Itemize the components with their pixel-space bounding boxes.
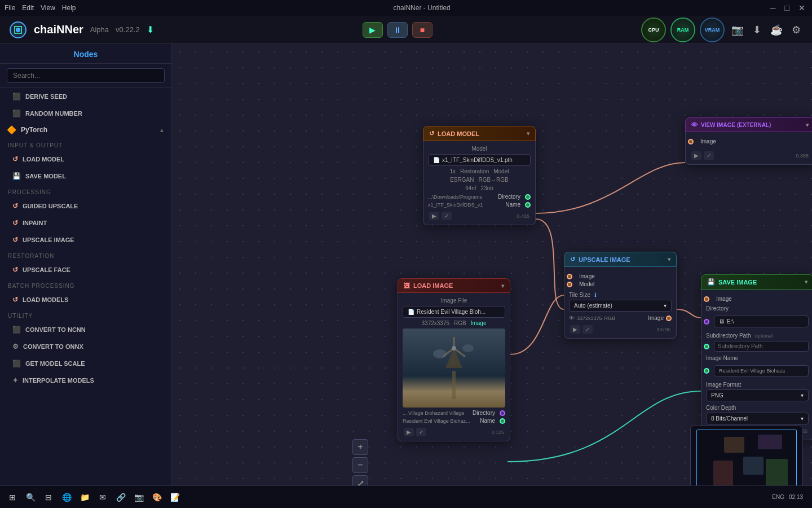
play-button[interactable]: ▶ bbox=[363, 22, 383, 38]
save-depth-select[interactable]: 8 Bits/Channel ▾ bbox=[706, 413, 809, 424]
pause-button[interactable]: ⏸ bbox=[387, 22, 408, 38]
canvas-area[interactable]: ↺ LOAD MODEL ▾ Model 📄 x1_ITF_SkinDiffDD… bbox=[172, 44, 812, 508]
taskbar-mail[interactable]: ✉ bbox=[95, 489, 111, 505]
node-view-image[interactable]: 👁 VIEW IMAGE (EXTERNAL) ▾ Image ▶ ✓ 0.38… bbox=[685, 117, 812, 165]
zoom-in-button[interactable]: + bbox=[352, 439, 368, 455]
load-image-header[interactable]: 🖼 LOAD IMAGE ▾ bbox=[398, 278, 510, 293]
save-subdir-port[interactable] bbox=[704, 344, 709, 349]
view-check-btn[interactable]: ✓ bbox=[704, 151, 714, 160]
save-image-header[interactable]: 💾 SAVE IMAGE ▾ bbox=[701, 274, 812, 290]
sidebar-item-convert-onnx[interactable]: ⚙ CONVERT TO ONNX bbox=[5, 339, 167, 354]
menu-view[interactable]: View bbox=[41, 4, 55, 12]
menu-help[interactable]: Help bbox=[62, 4, 76, 12]
taskbar-start[interactable]: ⊞ bbox=[5, 489, 20, 505]
load-image-dir-port[interactable] bbox=[500, 410, 505, 416]
view-collapse-icon[interactable]: ▾ bbox=[806, 122, 809, 128]
node-load-model[interactable]: ↺ LOAD MODEL ▾ Model 📄 x1_ITF_SkinDiffDD… bbox=[423, 126, 536, 225]
settings-icon[interactable]: ⚙ bbox=[789, 21, 803, 38]
save-name-port[interactable] bbox=[704, 368, 709, 374]
directory-out-port[interactable] bbox=[525, 194, 531, 200]
taskbar-edge[interactable]: 🌐 bbox=[59, 489, 74, 505]
load-image-collapse[interactable]: ▾ bbox=[501, 283, 504, 289]
upscale-image-out-port[interactable] bbox=[666, 316, 672, 321]
sidebar-category-pytorch[interactable]: 🔶 PyTorch ▲ bbox=[0, 122, 171, 138]
title-bar-menus[interactable]: File Edit View Help bbox=[5, 4, 76, 12]
zoom-out-button[interactable]: − bbox=[352, 457, 368, 473]
upscale-image-icon: ↺ bbox=[570, 256, 575, 263]
node-upscale-image[interactable]: ↺ UPSCALE IMAGE ▾ Image Model Tile Size … bbox=[564, 252, 677, 339]
sidebar-item-interpolate-models[interactable]: ✦ INTERPOLATE MODELS bbox=[5, 373, 167, 388]
sidebar-item-upscale-image[interactable]: ↺ UPSCALE IMAGE bbox=[5, 232, 167, 248]
upscale-model-in-port[interactable] bbox=[567, 282, 572, 287]
taskbar-app4[interactable]: 📝 bbox=[167, 489, 183, 505]
sidebar-item-derive-seed[interactable]: ⬛ DERIVE SEED bbox=[5, 89, 167, 104]
get-model-scale-icon: ⬛ bbox=[12, 360, 21, 367]
sidebar-item-save-model[interactable]: 💾 SAVE MODEL bbox=[5, 168, 167, 184]
tile-size-select[interactable]: Auto (estimate) ▾ bbox=[569, 300, 672, 312]
taskbar-chain[interactable]: 🔗 bbox=[113, 489, 129, 505]
menu-edit[interactable]: Edit bbox=[22, 4, 34, 12]
view-play-btn[interactable]: ▶ bbox=[691, 151, 701, 160]
coffee-icon[interactable]: ☕ bbox=[768, 21, 785, 38]
sidebar-item-upscale-face[interactable]: ↺ UPSCALE FACE bbox=[5, 262, 167, 278]
upscale-collapse-icon[interactable]: ▾ bbox=[668, 256, 670, 262]
node-play-btn[interactable]: ▶ bbox=[429, 212, 439, 220]
save-collapse-icon[interactable]: ▾ bbox=[805, 279, 807, 285]
upscale-play-btn[interactable]: ▶ bbox=[570, 325, 580, 334]
node-load-image[interactable]: 🖼 LOAD IMAGE ▾ Image File 📄 Resident Evi… bbox=[398, 278, 510, 441]
sidebar-item-random-number[interactable]: ⬛ RANDOM NUMBER bbox=[5, 106, 167, 121]
save-name-field[interactable]: Resident Evil Village Biohaza bbox=[714, 365, 809, 376]
save-format-select[interactable]: PNG ▾ bbox=[706, 389, 809, 401]
download-icon[interactable]: ⬇ bbox=[147, 24, 154, 35]
sidebar-item-guided-upscale[interactable]: ↺ GUIDED UPSCALE bbox=[5, 198, 167, 214]
image-file-field[interactable]: 📄 Resident Evil Village Bioh... bbox=[403, 306, 505, 318]
section-restoration: RESTORATION bbox=[0, 248, 171, 261]
load-image-name-port[interactable] bbox=[500, 418, 505, 424]
view-image-header[interactable]: 👁 VIEW IMAGE (EXTERNAL) ▾ bbox=[685, 117, 812, 132]
load-image-play-btn[interactable]: ▶ bbox=[404, 428, 414, 436]
model-file-field[interactable]: 📄 x1_ITF_SkinDiffDDS_v1.pth bbox=[428, 154, 531, 166]
node-collapse-icon[interactable]: ▾ bbox=[527, 130, 529, 137]
load-model-header[interactable]: ↺ LOAD MODEL ▾ bbox=[423, 126, 536, 141]
save-image-in-port[interactable] bbox=[704, 296, 709, 302]
screenshot-icon[interactable]: 📷 bbox=[729, 21, 746, 38]
minimize-button[interactable]: ─ bbox=[768, 3, 778, 12]
taskbar-app2[interactable]: 📷 bbox=[131, 489, 147, 505]
maximize-button[interactable]: □ bbox=[783, 3, 792, 12]
sidebar-item-inpaint[interactable]: ↺ INPAINT bbox=[5, 215, 167, 231]
node-save-image[interactable]: 💾 SAVE IMAGE ▾ Image Directory 🖥 E:\ bbox=[701, 274, 812, 440]
ram-badge[interactable]: RAM bbox=[670, 17, 695, 42]
node-check-btn[interactable]: ✓ bbox=[442, 212, 452, 220]
taskbar-apps[interactable]: ⊟ bbox=[41, 489, 56, 505]
stop-button[interactable]: ■ bbox=[412, 22, 433, 38]
cpu-badge[interactable]: CPU bbox=[641, 17, 666, 42]
sidebar-item-load-models[interactable]: ↺ LOAD MODELS bbox=[5, 292, 167, 308]
upscale-image-label: Image bbox=[575, 273, 672, 279]
download2-icon[interactable]: ⬇ bbox=[751, 21, 764, 38]
upscale-image-in-port[interactable] bbox=[567, 274, 572, 279]
save-dir-field[interactable]: 🖥 E:\ bbox=[714, 316, 809, 327]
name-out-port[interactable] bbox=[525, 202, 531, 208]
taskbar-app3[interactable]: 🎨 bbox=[149, 489, 165, 505]
view-image-in-port[interactable] bbox=[688, 139, 694, 144]
upscale-check-btn[interactable]: ✓ bbox=[582, 325, 593, 334]
sidebar-item-get-model-scale[interactable]: ⬛ GET MODEL SCALE bbox=[5, 356, 167, 371]
taskbar-search[interactable]: 🔍 bbox=[23, 489, 38, 505]
upscale-image-header[interactable]: ↺ UPSCALE IMAGE ▾ bbox=[564, 252, 677, 267]
menu-file[interactable]: File bbox=[5, 4, 15, 12]
view-image-title: VIEW IMAGE (EXTERNAL) bbox=[701, 122, 771, 128]
svg-point-8 bbox=[433, 349, 447, 358]
taskbar-files[interactable]: 📁 bbox=[77, 489, 92, 505]
vram-badge[interactable]: VRAM bbox=[700, 17, 725, 42]
sidebar-item-load-model[interactable]: ↺ LOAD MODEL bbox=[5, 151, 167, 167]
save-dir-port[interactable] bbox=[704, 319, 709, 325]
load-model-body: Model 📄 x1_ITF_SkinDiffDDS_v1.pth 1x Res… bbox=[423, 141, 536, 225]
load-image-check-btn[interactable]: ✓ bbox=[416, 428, 426, 436]
load-image-dir-label: Directory bbox=[473, 410, 495, 416]
sidebar-item-convert-ncnn[interactable]: ⬛ CONVERT TO NCNN bbox=[5, 322, 167, 338]
subdir-path-input[interactable] bbox=[714, 341, 809, 352]
search-input[interactable] bbox=[7, 68, 165, 83]
title-bar-controls[interactable]: ─ □ ✕ bbox=[768, 3, 807, 12]
close-button[interactable]: ✕ bbox=[796, 3, 807, 12]
sidebar-title: Nodes bbox=[0, 44, 171, 64]
